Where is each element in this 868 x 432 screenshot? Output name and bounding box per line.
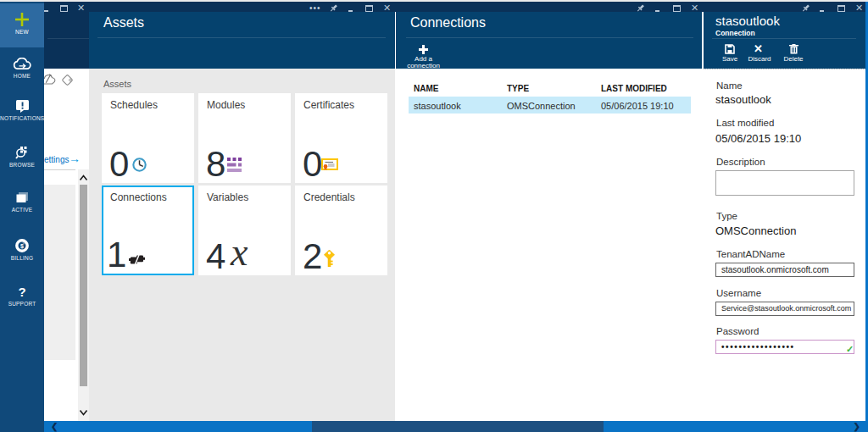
svg-text:$: $ — [20, 243, 24, 250]
